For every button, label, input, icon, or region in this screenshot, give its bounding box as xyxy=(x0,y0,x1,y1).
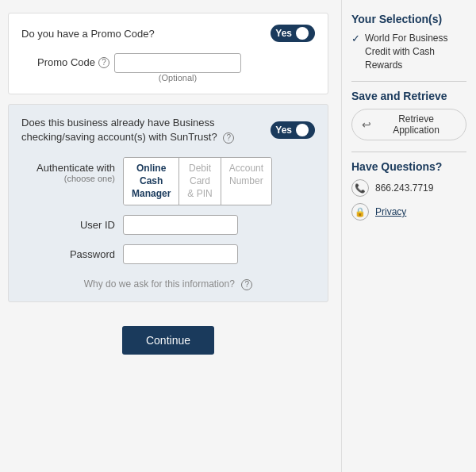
business-toggle-label: Yes xyxy=(275,125,292,136)
check-icon: ✓ xyxy=(351,33,360,44)
tab-online-cash-manager[interactable]: Online Cash Manager xyxy=(124,158,179,205)
promo-question: Do you have a Promo Code? xyxy=(21,28,155,40)
promo-toggle-label: Yes xyxy=(275,28,292,39)
tab-account-number[interactable]: Account Number xyxy=(221,158,271,205)
promo-optional: (Optional) xyxy=(114,73,241,83)
business-toggle[interactable]: Yes xyxy=(271,121,315,139)
authenticate-sublabel: (choose one) xyxy=(28,174,115,183)
promo-code-input[interactable] xyxy=(114,53,241,73)
divider-1 xyxy=(351,81,466,82)
why-row: Why do we ask for this information? ? xyxy=(28,278,309,290)
privacy-item: 🔒 Privacy xyxy=(351,203,466,221)
divider-2 xyxy=(351,152,466,152)
phone-item: 📞 866.243.7719 xyxy=(351,179,466,197)
continue-row: Continue xyxy=(8,326,328,355)
promo-toggle[interactable]: Yes xyxy=(271,25,315,42)
authenticate-tabs: Online Cash Manager Debit Card & PIN Acc… xyxy=(123,157,272,205)
save-retrieve-title: Save and Retrieve xyxy=(351,90,466,102)
phone-number: 866.243.7719 xyxy=(375,182,433,194)
authenticate-section: Authenticate with (choose one) Online Ca… xyxy=(21,157,315,290)
password-label: Password xyxy=(28,248,115,260)
user-id-label: User ID xyxy=(28,219,115,231)
tab-debit-card[interactable]: Debit Card & PIN xyxy=(179,158,221,205)
continue-button[interactable]: Continue xyxy=(122,326,214,355)
user-id-input[interactable] xyxy=(123,215,238,235)
retrieve-application-button[interactable]: ↩ Retrieve Application xyxy=(351,109,466,140)
questions-title: Have Questions? xyxy=(351,160,466,173)
retrieve-icon: ↩ xyxy=(362,118,371,131)
phone-icon: 📞 xyxy=(351,179,369,197)
authenticate-label: Authenticate with xyxy=(28,162,115,174)
password-input[interactable] xyxy=(123,244,238,264)
user-id-row: User ID xyxy=(28,215,309,235)
business-toggle-circle xyxy=(296,124,309,136)
password-row: Password xyxy=(28,244,309,264)
selection-text: World For Business Credit with Cash Rewa… xyxy=(365,32,466,71)
selection-item: ✓ World For Business Credit with Cash Re… xyxy=(351,32,466,71)
why-help-icon[interactable]: ? xyxy=(241,279,252,290)
business-question: Does this business already have Business… xyxy=(21,116,259,144)
promo-help-icon[interactable]: ? xyxy=(98,57,109,68)
promo-input-label: Promo Code xyxy=(37,56,95,68)
business-checking-section: Does this business already have Business… xyxy=(8,104,328,302)
sidebar: Your Selection(s) ✓ World For Business C… xyxy=(341,0,476,472)
privacy-link[interactable]: Privacy xyxy=(375,206,406,217)
selection-title: Your Selection(s) xyxy=(351,13,466,25)
business-help-icon[interactable]: ? xyxy=(223,132,234,144)
retrieve-label: Retrieve Application xyxy=(376,113,456,136)
lock-icon: 🔒 xyxy=(351,203,369,221)
toggle-circle xyxy=(296,27,309,40)
why-text: Why do we ask for this information? xyxy=(84,278,235,290)
promo-code-section: Do you have a Promo Code? Yes Promo Code… xyxy=(8,13,328,94)
